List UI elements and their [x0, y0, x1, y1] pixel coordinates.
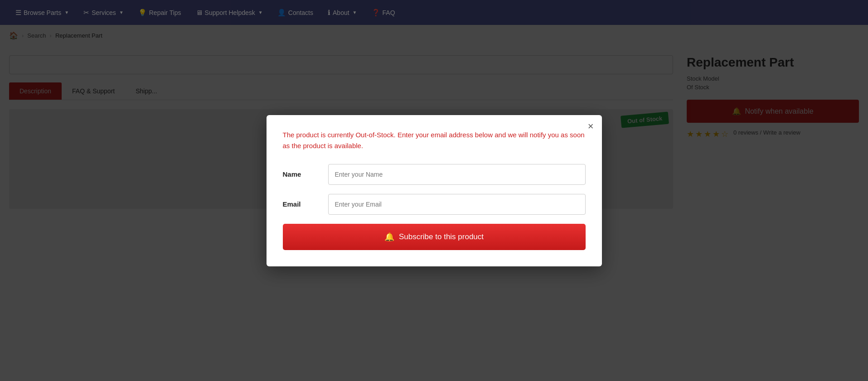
name-label: Name [283, 170, 319, 178]
subscribe-label: Subscribe to this product [399, 232, 484, 241]
subscribe-bell-icon: 🔔 [384, 232, 394, 242]
modal-close-button[interactable]: × [588, 121, 594, 131]
email-input[interactable] [328, 194, 586, 215]
name-input[interactable] [328, 164, 586, 185]
name-form-row: Name [283, 164, 586, 185]
modal: × The product is currently Out-of-Stock.… [267, 115, 602, 266]
email-label: Email [283, 200, 319, 208]
modal-overlay[interactable]: × The product is currently Out-of-Stock.… [0, 0, 868, 381]
email-form-row: Email [283, 194, 586, 215]
subscribe-button[interactable]: 🔔 Subscribe to this product [283, 224, 586, 250]
modal-message: The product is currently Out-of-Stock. E… [283, 130, 586, 151]
